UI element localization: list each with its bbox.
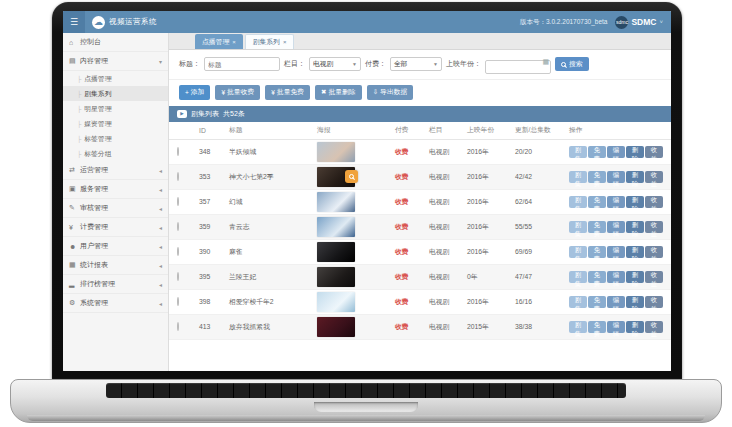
action-button[interactable]: 删除 [626,271,644,283]
account-menu[interactable]: sdmc SDMC ˅ [615,16,663,29]
toolbar-button[interactable]: +添加 [179,85,210,100]
toolbar-button-label: 批量删除 [328,87,355,97]
sidebar-subitem[interactable]: ├标签管理 [63,131,168,146]
checkbox-cell [177,273,199,280]
action-button[interactable]: 编辑 [607,271,625,283]
chevron-left-icon: ◂ [159,243,162,250]
hamburger-icon[interactable]: ☰ [63,11,85,33]
category-select[interactable]: 电视剧 ▼ [309,57,361,71]
action-button[interactable]: 删除 [626,246,644,258]
row-checkbox[interactable] [177,272,179,281]
action-button[interactable]: 收益 [645,196,663,208]
toolbar-button[interactable]: ¥批量免费 [265,85,310,100]
toolbar-button[interactable]: ⇩导出数据 [367,85,414,100]
action-button[interactable]: 免费 [588,246,606,258]
row-actions: 剧集免费编辑删除收益 [569,171,663,183]
panel-title: 剧集列表 [191,109,219,119]
toolbar-button[interactable]: ✖批量删除 [315,85,362,100]
row-checkbox[interactable] [177,322,179,331]
sidebar-item[interactable]: ▣服务管理◂ [63,180,168,199]
search-button[interactable]: 搜索 [555,57,589,71]
sidebar-item[interactable]: ▂排行榜管理◂ [63,275,168,294]
poster-cell [317,142,355,162]
action-button[interactable]: 编辑 [607,321,625,333]
action-button[interactable]: 编辑 [607,246,625,258]
action-button[interactable]: 编辑 [607,171,625,183]
action-button[interactable]: 剧集 [569,171,587,183]
sidebar-item[interactable]: ✎审核管理◂ [63,199,168,218]
poster-thumbnail[interactable] [317,242,355,262]
action-button[interactable]: 剧集 [569,246,587,258]
action-button[interactable]: 删除 [626,221,644,233]
action-button[interactable]: 免费 [588,196,606,208]
action-button[interactable]: 免费 [588,321,606,333]
action-button[interactable]: 编辑 [607,146,625,158]
sidebar-subitem[interactable]: ├媒资管理 [63,116,168,131]
action-button[interactable]: 收益 [645,221,663,233]
action-button[interactable]: 删除 [626,146,644,158]
trash-icon: ✖ [321,88,326,96]
action-button[interactable]: 删除 [626,196,644,208]
zoom-preview-button[interactable] [345,170,358,183]
sidebar-item[interactable]: ⚙系统管理◂ [63,294,168,313]
action-button[interactable]: 剧集 [569,271,587,283]
poster-thumbnail[interactable] [317,267,355,287]
action-button[interactable]: 剧集 [569,196,587,208]
action-button[interactable]: 收益 [645,146,663,158]
action-button[interactable]: 剧集 [569,221,587,233]
sidebar-subitem[interactable]: ├点播管理 [63,71,168,86]
sidebar-item[interactable]: ▦统计报表◂ [63,256,168,275]
table-header-cell: 更新/总集数 [515,125,569,135]
action-button[interactable]: 编辑 [607,196,625,208]
sidebar-item-label: 用户管理 [80,241,159,251]
poster-thumbnail[interactable] [317,192,355,212]
sidebar-item[interactable]: ¥计费管理◂ [63,218,168,237]
toolbar-button[interactable]: ¥批量收费 [215,85,260,100]
close-icon[interactable]: × [232,39,236,45]
action-button[interactable]: 剧集 [569,296,587,308]
action-button[interactable]: 删除 [626,171,644,183]
row-actions: 剧集免费编辑删除收益 [569,321,663,333]
pay-select[interactable]: 全部 ▼ [390,57,442,71]
sidebar-subitem[interactable]: ├明星管理 [63,101,168,116]
action-button[interactable]: 收益 [645,246,663,258]
row-checkbox[interactable] [177,172,179,181]
action-button[interactable]: 删除 [626,321,644,333]
action-button[interactable]: 收益 [645,271,663,283]
action-button[interactable]: 免费 [588,271,606,283]
row-checkbox[interactable] [177,297,179,306]
action-button[interactable]: 免费 [588,221,606,233]
action-button[interactable]: 收益 [645,321,663,333]
title-filter-input[interactable] [204,57,280,71]
action-button[interactable]: 免费 [588,296,606,308]
action-button[interactable]: 收益 [645,296,663,308]
sidebar-item[interactable]: ⌂控制台 [63,33,168,52]
sidebar-subitem[interactable]: ├剧集系列 [63,86,168,101]
action-button[interactable]: 删除 [626,296,644,308]
row-checkbox[interactable] [177,247,179,256]
action-button[interactable]: 剧集 [569,321,587,333]
close-icon[interactable]: × [283,39,287,45]
action-button[interactable]: 编辑 [607,221,625,233]
tab[interactable]: 剧集系列× [245,34,295,49]
tab-strip: 点播管理×剧集系列× [169,33,671,50]
poster-thumbnail[interactable] [317,217,355,237]
sidebar-subitem[interactable]: ├标签分组 [63,146,168,161]
action-button[interactable]: 剧集 [569,146,587,158]
sidebar-item[interactable]: ▤内容管理▾ [63,52,168,71]
row-checkbox[interactable] [177,197,179,206]
action-button[interactable]: 免费 [588,146,606,158]
row-checkbox[interactable] [177,147,179,156]
action-button[interactable]: 编辑 [607,296,625,308]
row-checkbox[interactable] [177,222,179,231]
action-button[interactable]: 收益 [645,171,663,183]
year-filter-input[interactable] [485,60,551,74]
poster-thumbnail[interactable] [317,292,355,312]
sidebar-item[interactable]: ☻用户管理◂ [63,237,168,256]
calendar-icon[interactable]: ▦ [542,58,549,66]
poster-thumbnail[interactable] [317,142,355,162]
action-button[interactable]: 免费 [588,171,606,183]
tab[interactable]: 点播管理× [195,34,243,49]
poster-thumbnail[interactable] [317,317,355,337]
sidebar-item[interactable]: ⇄运营管理◂ [63,161,168,180]
